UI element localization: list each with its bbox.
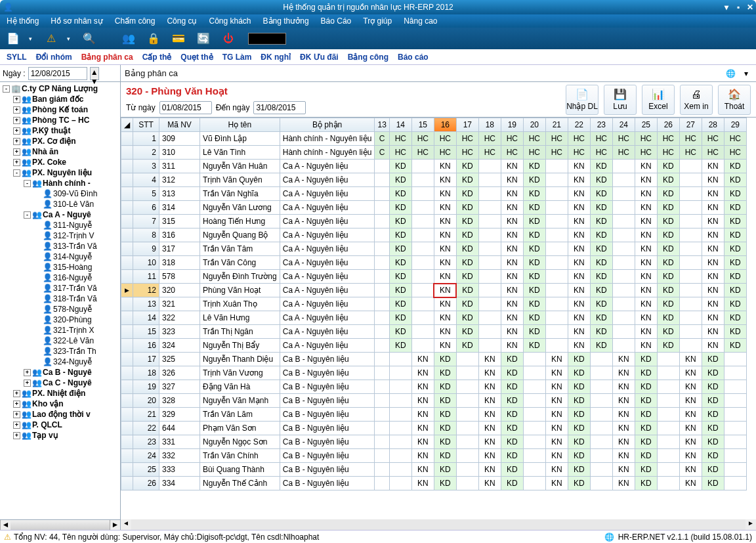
shift-cell[interactable]: KD: [724, 228, 746, 242]
shift-cell[interactable]: [545, 242, 568, 256]
shift-cell[interactable]: [375, 242, 389, 256]
shift-cell[interactable]: KN: [434, 160, 456, 173]
shift-cell[interactable]: [679, 311, 702, 325]
tree-node[interactable]: 👤317-Trần Vă: [0, 283, 120, 293]
shift-cell[interactable]: [478, 297, 501, 311]
shift-cell[interactable]: KD: [456, 311, 478, 325]
shift-cell[interactable]: KN: [612, 435, 635, 449]
shift-cell[interactable]: HC: [657, 146, 679, 160]
shift-cell[interactable]: [375, 215, 389, 228]
shift-cell[interactable]: [590, 408, 612, 422]
shift-cell[interactable]: KN: [434, 339, 456, 353]
shift-cell[interactable]: HC: [478, 146, 501, 160]
tree-node[interactable]: 👤315-Hoàng: [0, 262, 120, 272]
shift-cell[interactable]: [724, 422, 746, 435]
shift-cell[interactable]: KD: [702, 435, 724, 449]
shift-cell[interactable]: KD: [389, 228, 411, 242]
shift-cell[interactable]: KN: [702, 228, 724, 242]
shift-cell[interactable]: [375, 311, 389, 325]
shift-cell[interactable]: KN: [434, 270, 456, 284]
shift-cell[interactable]: KN: [679, 366, 702, 380]
shift-cell[interactable]: [545, 339, 568, 353]
shift-cell[interactable]: HC: [657, 132, 679, 146]
shift-cell[interactable]: [389, 353, 411, 366]
shift-cell[interactable]: KN: [434, 187, 456, 201]
shift-cell[interactable]: [679, 242, 702, 256]
shift-cell[interactable]: KD: [702, 463, 724, 477]
table-row[interactable]: 18326Trịnh Văn VươngCa B - Nguyên liệuKN…: [121, 366, 747, 380]
shift-cell[interactable]: [545, 256, 568, 270]
table-row[interactable]: 20328Nguyễn Văn MạnhCa B - Nguyên liệuKN…: [121, 394, 747, 408]
shift-cell[interactable]: [375, 160, 389, 173]
menu-Báo Cáo[interactable]: Báo Cáo: [321, 16, 352, 26]
shift-cell[interactable]: [456, 477, 478, 490]
shift-cell[interactable]: KD: [702, 380, 724, 394]
shift-cell[interactable]: [724, 380, 746, 394]
tree-node[interactable]: +👥PX. Cơ điện: [0, 136, 120, 146]
shift-cell[interactable]: KN: [568, 284, 590, 297]
shift-cell[interactable]: KN: [434, 215, 456, 228]
shift-cell[interactable]: KN: [478, 380, 501, 394]
shift-cell[interactable]: [657, 463, 679, 477]
shift-cell[interactable]: KN: [679, 408, 702, 422]
shift-cell[interactable]: HC: [434, 146, 456, 160]
shift-cell[interactable]: [523, 380, 545, 394]
shift-cell[interactable]: KD: [434, 366, 456, 380]
shift-cell[interactable]: KN: [679, 477, 702, 490]
shift-cell[interactable]: KN: [635, 256, 657, 270]
shift-cell[interactable]: KN: [434, 242, 456, 256]
shift-cell[interactable]: HC: [568, 132, 590, 146]
shift-cell[interactable]: KN: [635, 242, 657, 256]
shift-cell[interactable]: KD: [724, 256, 746, 270]
tree-node[interactable]: -👥Ca A - Nguyê: [0, 209, 120, 220]
shift-cell[interactable]: [612, 339, 635, 353]
shift-cell[interactable]: KD: [523, 311, 545, 325]
tab-Bảng công[interactable]: Bảng công: [348, 53, 388, 62]
shift-cell[interactable]: KN: [635, 160, 657, 173]
table-row[interactable]: 8316Nguyễn Quang BộCa A - Nguyên liệuKDK…: [121, 228, 747, 242]
shift-cell[interactable]: [478, 228, 501, 242]
shift-cell[interactable]: [375, 366, 389, 380]
table-row[interactable]: 11578Nguyễn Đình TrườngCa A - Nguyên liệ…: [121, 270, 747, 284]
shift-cell[interactable]: KD: [724, 325, 746, 339]
shift-cell[interactable]: KD: [635, 435, 657, 449]
shift-cell[interactable]: [612, 256, 635, 270]
col-header[interactable]: 26: [657, 118, 679, 132]
shift-cell[interactable]: [724, 408, 746, 422]
shift-cell[interactable]: KN: [568, 173, 590, 187]
shift-cell[interactable]: HC: [389, 132, 411, 146]
shift-cell[interactable]: KD: [724, 270, 746, 284]
col-header[interactable]: 29: [724, 118, 746, 132]
shift-cell[interactable]: KD: [501, 463, 523, 477]
shift-cell[interactable]: KD: [590, 160, 612, 173]
shift-cell[interactable]: KD: [590, 173, 612, 187]
shift-cell[interactable]: KN: [612, 463, 635, 477]
shift-cell[interactable]: KN: [635, 215, 657, 228]
shift-cell[interactable]: KD: [590, 297, 612, 311]
shift-cell[interactable]: KN: [635, 228, 657, 242]
shift-cell[interactable]: [478, 325, 501, 339]
shift-cell[interactable]: KD: [456, 325, 478, 339]
col-header[interactable]: STT: [133, 118, 159, 132]
shift-cell[interactable]: KN: [568, 160, 590, 173]
shift-cell[interactable]: KD: [590, 187, 612, 201]
shift-cell[interactable]: [375, 201, 389, 215]
shift-cell[interactable]: HC: [724, 146, 746, 160]
shift-cell[interactable]: KD: [434, 435, 456, 449]
shift-cell[interactable]: KD: [568, 394, 590, 408]
col-header[interactable]: 13: [375, 118, 389, 132]
shift-cell[interactable]: KN: [411, 449, 434, 463]
shift-cell[interactable]: KN: [612, 408, 635, 422]
shift-cell[interactable]: [679, 160, 702, 173]
shift-cell[interactable]: [545, 228, 568, 242]
shift-cell[interactable]: KN: [635, 284, 657, 297]
shift-cell[interactable]: KD: [635, 422, 657, 435]
shift-cell[interactable]: KN: [612, 477, 635, 490]
shift-cell[interactable]: KD: [389, 311, 411, 325]
menu-Công khách[interactable]: Công khách: [209, 16, 251, 26]
shift-cell[interactable]: [590, 394, 612, 408]
shift-cell[interactable]: KN: [568, 339, 590, 353]
tree-node[interactable]: +👥P. QLCL: [0, 420, 120, 430]
shift-cell[interactable]: KD: [657, 325, 679, 339]
shift-cell[interactable]: KD: [702, 422, 724, 435]
